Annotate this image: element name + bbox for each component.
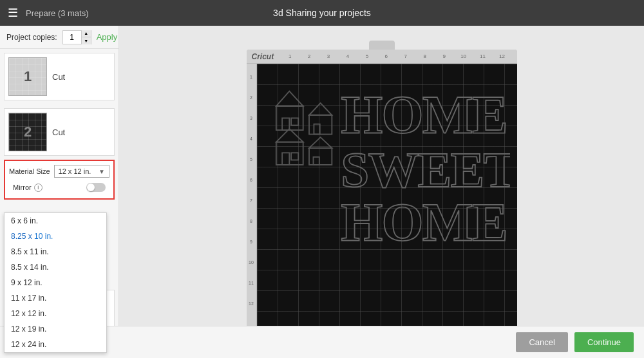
material-size-select-btn[interactable]: 12 x 12 in. ▼ bbox=[54, 165, 109, 178]
mat-grid: HOME SWEET HOME bbox=[257, 64, 517, 343]
continue-button[interactable]: Continue bbox=[574, 332, 634, 352]
ruler-left: 1 2 3 4 5 6 7 8 9 10 11 12 bbox=[247, 64, 257, 343]
mat-body: Cricut 1 2 3 4 5 6 7 8 9 10 bbox=[247, 50, 517, 343]
dropdown-item-11x17[interactable]: 11 x 17 in. bbox=[5, 290, 106, 306]
svg-rect-6 bbox=[314, 124, 319, 135]
mirror-toggle[interactable] bbox=[86, 183, 106, 192]
apply-button[interactable]: Apply bbox=[97, 32, 118, 42]
ruler-num: 1 bbox=[280, 53, 299, 59]
mat-number-1: 1 bbox=[24, 68, 32, 85]
ruler-left-num: 6 bbox=[250, 169, 252, 190]
ruler-num: 7 bbox=[396, 53, 415, 59]
dropdown-item-8.25x10[interactable]: 8.25 x 10 in. bbox=[5, 229, 106, 244]
mirror-info-icon[interactable]: i bbox=[34, 184, 43, 192]
svg-rect-3 bbox=[291, 118, 298, 125]
cricut-mat: Cricut 1 2 3 4 5 6 7 8 9 10 bbox=[247, 41, 517, 343]
dropdown-item-6x6[interactable]: 6 x 6 in. bbox=[5, 213, 106, 229]
svg-rect-2 bbox=[282, 118, 289, 130]
canvas-area: Cricut 1 2 3 4 5 6 7 8 9 10 bbox=[119, 26, 644, 358]
ruler-left-num: 9 bbox=[250, 231, 252, 252]
ruler-left-num: 8 bbox=[250, 211, 252, 231]
material-size-arrow-icon: ▼ bbox=[99, 168, 105, 175]
mirror-label: Mirror bbox=[13, 184, 32, 191]
cricut-logo: Cricut bbox=[252, 52, 274, 61]
dropdown-item-8.5x11[interactable]: 8.5 x 11 in. bbox=[5, 244, 106, 259]
mat-label-2: Cut bbox=[52, 127, 65, 137]
mirror-toggle-knob bbox=[87, 184, 95, 191]
copies-up-btn[interactable]: ▲ bbox=[82, 30, 91, 37]
dropdown-item-12x12[interactable]: 12 x 12 in. bbox=[5, 306, 106, 321]
ruler-left-num: 4 bbox=[250, 128, 252, 149]
topbar: Project copies: ▲ ▼ Apply bbox=[0, 26, 118, 49]
svg-text:HOME: HOME bbox=[341, 193, 507, 252]
dropdown-item-8.5x14[interactable]: 8.5 x 14 in. bbox=[5, 259, 106, 275]
cancel-button[interactable]: Cancel bbox=[516, 332, 567, 352]
ruler-num: 6 bbox=[377, 53, 396, 59]
ruler-num: 12 bbox=[492, 53, 511, 59]
ruler-num: 10 bbox=[454, 53, 473, 59]
ruler-left-num: 1 bbox=[250, 66, 252, 87]
svg-rect-10 bbox=[291, 153, 298, 160]
svg-rect-11 bbox=[309, 148, 332, 165]
dropdown-item-12x24[interactable]: 12 x 24 in. bbox=[5, 337, 106, 352]
material-size-panel: Material Size 12 x 12 in. ▼ Mirror i bbox=[4, 160, 115, 200]
copies-spinners: ▲ ▼ bbox=[81, 30, 91, 44]
ruler-left-num: 7 bbox=[250, 190, 252, 211]
ruler-left-num: 11 bbox=[249, 272, 254, 293]
mat-thumbnail-1: 1 bbox=[8, 57, 47, 96]
ruler-left-num: 2 bbox=[250, 87, 252, 108]
mat-header: Cricut 1 2 3 4 5 6 7 8 9 10 bbox=[247, 50, 517, 64]
ruler-top-numbers: 1 2 3 4 5 6 7 8 9 10 11 12 bbox=[280, 53, 511, 59]
ruler-num: 3 bbox=[319, 53, 338, 59]
copies-down-btn[interactable]: ▼ bbox=[82, 37, 91, 44]
menu-icon[interactable]: ☰ bbox=[8, 6, 18, 20]
ruler-num: 2 bbox=[299, 53, 319, 59]
mat-panel-2[interactable]: 2 Cut bbox=[4, 108, 115, 156]
mat-panel-1[interactable]: 1 Cut bbox=[4, 53, 115, 100]
svg-marker-1 bbox=[276, 91, 303, 106]
svg-marker-8 bbox=[276, 129, 303, 142]
ruler-num: 11 bbox=[473, 53, 493, 59]
svg-text:SWEET: SWEET bbox=[341, 142, 511, 198]
svg-rect-13 bbox=[313, 157, 319, 165]
copies-input-wrapper: ▲ ▼ bbox=[62, 30, 91, 44]
ruler-num: 5 bbox=[357, 53, 377, 59]
material-size-value: 12 x 12 in. bbox=[59, 167, 91, 175]
mat-thumbnail-2: 2 bbox=[8, 113, 47, 151]
svg-rect-9 bbox=[282, 153, 289, 165]
material-size-dropdown: 6 x 6 in. 8.25 x 10 in. 8.5 x 11 in. 8.5… bbox=[4, 212, 107, 353]
svg-marker-5 bbox=[309, 103, 332, 115]
dropdown-item-9x12[interactable]: 9 x 12 in. bbox=[5, 275, 106, 290]
copies-input[interactable] bbox=[63, 31, 81, 44]
header: ☰ Prepare (3 mats) 3d Sharing your proje… bbox=[0, 0, 644, 26]
ruler-left-num: 3 bbox=[250, 108, 252, 128]
ruler-num: 4 bbox=[338, 53, 357, 59]
ruler-num: 9 bbox=[435, 53, 454, 59]
design-svg: HOME SWEET HOME bbox=[263, 70, 511, 322]
mirror-row: Mirror i bbox=[9, 180, 109, 194]
ruler-num: 8 bbox=[415, 53, 435, 59]
ruler-left-num: 12 bbox=[249, 293, 254, 314]
ruler-left-num: 5 bbox=[250, 149, 252, 169]
dropdown-item-12x19[interactable]: 12 x 19 in. bbox=[5, 321, 106, 337]
window-title: Prepare (3 mats) bbox=[26, 8, 89, 18]
copies-label: Project copies: bbox=[6, 33, 57, 42]
mat-number-2: 2 bbox=[24, 124, 32, 140]
material-size-row: Material Size 12 x 12 in. ▼ bbox=[9, 165, 109, 178]
svg-text:HOME: HOME bbox=[341, 85, 507, 145]
sidebar: Project copies: ▲ ▼ Apply 1 Cut 2 bbox=[0, 26, 119, 358]
material-size-label: Material Size bbox=[9, 167, 50, 175]
svg-marker-12 bbox=[309, 137, 332, 148]
ruler-left-num: 10 bbox=[249, 252, 254, 272]
mat-label-1: Cut bbox=[52, 72, 65, 82]
app-title: 3d Sharing your projects bbox=[273, 8, 371, 18]
